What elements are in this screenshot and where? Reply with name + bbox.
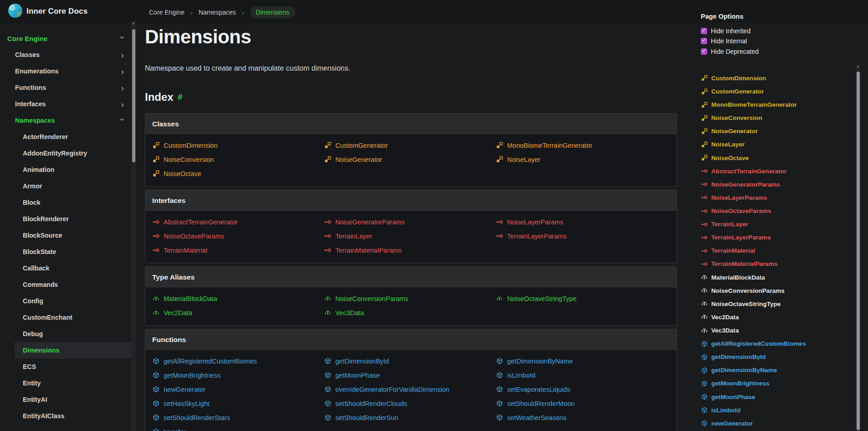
sidebar-item-namespace[interactable]: Callback <box>15 260 131 276</box>
sidebar-item[interactable]: Functions <box>0 79 131 96</box>
toc-item[interactable]: AbstractTerrainGenerator <box>701 165 851 178</box>
class-link[interactable]: CustomGenerator <box>324 138 496 152</box>
toc-scrollbar[interactable]: ▲ <box>856 64 860 431</box>
toc-item[interactable]: TerrainLayerParams <box>701 231 851 244</box>
function-link[interactable]: getDimensionByName <box>496 354 670 368</box>
sidebar-item[interactable]: Enumerations <box>0 63 131 79</box>
class-link[interactable]: CustomDimension <box>152 138 324 152</box>
toc-item[interactable]: getMoonPhase <box>701 390 851 404</box>
class-link[interactable]: NoiseConversion <box>152 152 324 166</box>
toc-item[interactable]: getMoonBrightness <box>701 377 851 390</box>
sidebar-scrollbar[interactable]: ▲ <box>131 21 136 431</box>
interface-link[interactable]: TerrainLayerParams <box>496 229 670 243</box>
sidebar-item-namespace[interactable]: Armor <box>15 178 131 194</box>
class-link[interactable]: MonoBiomeTerrainGenerator <box>496 138 670 152</box>
interface-link[interactable]: NoiseLayerParams <box>496 215 670 229</box>
sidebar-item-namespace[interactable]: EntityAIClass <box>15 408 131 424</box>
breadcrumb-core-engine[interactable]: Core Engine <box>149 9 185 16</box>
function-link[interactable]: isLimboId <box>496 368 670 382</box>
toc-item[interactable]: getDimensionByName <box>701 363 851 377</box>
function-link[interactable]: getDimensionById <box>324 354 496 368</box>
checkbox[interactable] <box>701 28 707 34</box>
toc-item[interactable]: MaterialBlockData <box>701 271 851 284</box>
toc-item[interactable]: NoiseLayerParams <box>701 191 851 204</box>
sidebar-item[interactable]: Interfaces <box>0 96 131 112</box>
toc-item[interactable]: CustomDimension <box>701 72 851 85</box>
function-link[interactable]: setHasSkyLight <box>152 396 324 410</box>
toc-item[interactable]: Vec2Data <box>701 311 851 324</box>
toc-item[interactable]: TerrainLayer <box>701 218 851 231</box>
interface-link[interactable]: TerrainLayer <box>324 229 496 243</box>
toc-item[interactable]: NoiseOctaveParams <box>701 204 851 218</box>
toc-item[interactable]: getDimensionById <box>701 350 851 363</box>
sidebar-item-namespace[interactable]: Block <box>15 194 131 211</box>
checkbox[interactable] <box>701 38 707 44</box>
sidebar-item-namespace[interactable]: Entity <box>15 375 131 391</box>
class-link[interactable]: NoiseLayer <box>496 152 670 166</box>
scroll-up-arrow-icon[interactable]: ▲ <box>857 65 859 68</box>
function-link[interactable]: overrideGeneratorForVanillaDimension <box>324 382 496 396</box>
checkbox-label[interactable]: Hide Internal <box>711 37 747 45</box>
sidebar-item-namespace[interactable]: Commands <box>15 276 131 293</box>
sidebar-item-namespace[interactable]: Animation <box>15 161 131 178</box>
function-link[interactable]: getMoonBrightness <box>152 368 324 382</box>
interface-link[interactable]: TerrainMaterial <box>152 243 324 257</box>
sidebar-item-namespace[interactable]: ActorRenderer <box>15 129 131 145</box>
interface-link[interactable]: AbstractTerrainGenerator <box>152 215 324 229</box>
type-alias-link[interactable]: Vec2Data <box>152 306 324 320</box>
sidebar-item-namespace[interactable]: BlockRenderer <box>15 211 131 227</box>
app-logo[interactable]: ⚙ ⚙ <box>8 4 22 18</box>
checkbox[interactable] <box>701 48 707 55</box>
scrollbar-thumb[interactable] <box>132 29 135 162</box>
type-alias-link[interactable]: MaterialBlockData <box>152 291 324 306</box>
toc-item[interactable]: CustomGenerator <box>701 85 851 98</box>
type-alias-link[interactable]: NoiseOctaveStringType <box>496 291 670 306</box>
scrollbar-thumb[interactable] <box>857 72 860 430</box>
function-link[interactable]: setShouldRenderMoon <box>496 396 670 410</box>
type-alias-link[interactable]: NoiseConversionParams <box>324 291 496 306</box>
toc-item[interactable]: NoiseGeneratorParams <box>701 178 851 191</box>
toc-item[interactable]: NoiseLayer <box>701 138 851 151</box>
sidebar-item-namespace[interactable]: Dimensions <box>15 342 131 358</box>
sidebar-item-namespace[interactable]: Config <box>15 293 131 309</box>
sidebar-item-namespace[interactable]: EntityAI <box>15 391 131 408</box>
type-alias-link[interactable]: Vec3Data <box>324 306 496 320</box>
breadcrumb-dimensions-current[interactable]: Dimensions <box>250 6 295 18</box>
toc-item[interactable]: isLimboId <box>701 404 851 417</box>
checkbox-label[interactable]: Hide Inherited <box>711 27 750 35</box>
function-link[interactable]: setShouldRenderStars <box>152 410 324 425</box>
class-link[interactable]: NoiseGenerator <box>324 152 496 166</box>
toc-item[interactable]: NoiseOctave <box>701 151 851 165</box>
sidebar-item-core-engine[interactable]: Core Engine <box>0 30 131 47</box>
function-link[interactable]: setEvaporatesLiquids <box>496 382 670 396</box>
toc-item[interactable]: NoiseConversion <box>701 111 851 125</box>
sidebar-item-namespace[interactable]: Debug <box>15 326 131 342</box>
function-link[interactable]: setShouldRenderSun <box>324 410 496 425</box>
toc-item[interactable]: NoiseOctaveStringType <box>701 297 851 311</box>
toc-item[interactable]: Vec3Data <box>701 324 851 337</box>
interface-link[interactable]: NoiseGeneratorParams <box>324 215 496 229</box>
toc-item[interactable]: NoiseConversionParams <box>701 284 851 297</box>
breadcrumb-namespaces[interactable]: Namespaces <box>199 9 236 16</box>
sidebar-item-namespace[interactable]: ECS <box>15 358 131 375</box>
toc-item[interactable]: MonoBiomeTerrainGenerator <box>701 98 851 111</box>
function-link[interactable]: setWeatherSeasons <box>496 410 670 425</box>
sidebar-item-namespace[interactable]: BlockSource <box>15 227 131 244</box>
checkbox-label[interactable]: Hide Deprecated <box>711 48 759 55</box>
toc-item[interactable]: newGenerator <box>701 417 851 430</box>
toc-item[interactable]: NoiseGenerator <box>701 125 851 138</box>
sidebar-item-namespace[interactable]: AddonEntityRegistry <box>15 145 131 161</box>
index-anchor-link[interactable]: # <box>178 92 183 102</box>
interface-link[interactable]: NoiseOctaveParams <box>152 229 324 243</box>
toc-item[interactable]: TerrainMaterialParams <box>701 257 851 270</box>
function-link[interactable]: getAllRegisteredCustomBiomes <box>152 354 324 368</box>
toc-item[interactable]: TerrainMaterial <box>701 244 851 257</box>
function-link[interactable]: newGenerator <box>152 382 324 396</box>
function-link[interactable]: setShouldRenderClouds <box>324 396 496 410</box>
function-link[interactable]: transfer <box>152 425 324 431</box>
function-link[interactable]: getMoonPhase <box>324 368 496 382</box>
sidebar-item[interactable]: Classes <box>0 47 131 63</box>
sidebar-item-namespace[interactable]: CustomEnchant <box>15 309 131 326</box>
interface-link[interactable]: TerrainMaterialParams <box>324 243 496 257</box>
class-link[interactable]: NoiseOctave <box>152 166 324 181</box>
